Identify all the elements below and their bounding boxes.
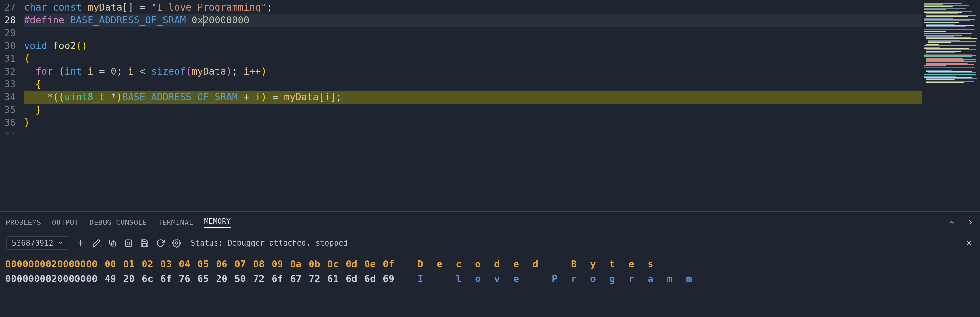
- save-icon[interactable]: [140, 239, 149, 248]
- memory-decoded-char: o: [468, 273, 487, 284]
- memory-byte[interactable]: 6d: [361, 273, 379, 284]
- code-line[interactable]: 36}: [0, 117, 923, 130]
- memory-header-col: 0b: [305, 258, 324, 270]
- minimap[interactable]: [923, 0, 980, 211]
- code-content[interactable]: #define BASE_ADDRESS_OF_SRAM 0x20000000: [24, 14, 923, 27]
- memory-header-col: 02: [138, 258, 157, 270]
- memory-header-col: 0e: [361, 258, 379, 270]
- code-line[interactable]: 27char const myData[] = "I love Programm…: [0, 1, 923, 14]
- code-content[interactable]: {: [24, 53, 923, 65]
- close-icon[interactable]: [965, 239, 974, 248]
- memory-header-decoded: e: [622, 258, 641, 270]
- memory-header-decoded: d: [526, 258, 545, 270]
- line-number: 30: [0, 40, 24, 53]
- memory-grid: 0000000020000000000102030405060708090a0b…: [0, 253, 980, 286]
- memory-header-col: 08: [250, 258, 268, 270]
- line-number: 33: [0, 78, 24, 91]
- line-number: 31: [0, 53, 24, 65]
- memory-byte[interactable]: 6f: [268, 273, 286, 284]
- tab-output[interactable]: OUTPUT: [52, 218, 79, 226]
- memory-byte[interactable]: 69: [379, 273, 398, 284]
- memory-address-value: 536870912: [12, 239, 53, 248]
- memory-status-text: Status: Debugger attached, stopped: [191, 239, 348, 248]
- chevron-down-icon[interactable]: [58, 239, 64, 248]
- tab-memory[interactable]: MEMORY: [204, 217, 231, 228]
- bottom-panel: PROBLEMS OUTPUT DEBUG CONSOLE TERMINAL M…: [0, 211, 980, 317]
- memory-header-col: 0a: [286, 258, 305, 270]
- code-content[interactable]: }: [24, 104, 923, 117]
- memory-byte[interactable]: 6f: [157, 273, 175, 284]
- memory-byte[interactable]: 20: [212, 273, 231, 284]
- memory-decoded-char: v: [487, 273, 507, 284]
- memory-byte[interactable]: 49: [101, 273, 119, 284]
- code-line[interactable]: 33 {: [0, 78, 923, 91]
- chevron-up-icon[interactable]: [948, 218, 956, 226]
- memory-header-col: 00: [101, 258, 119, 270]
- plus-icon[interactable]: [76, 239, 85, 248]
- copy-icon[interactable]: [108, 239, 117, 248]
- chevron-right-icon[interactable]: [967, 218, 974, 226]
- memory-byte[interactable]: 20: [119, 273, 138, 284]
- line-number: 35: [0, 104, 24, 117]
- memory-header-col: 06: [212, 258, 231, 270]
- memory-header-address: 0000000020000000: [5, 258, 101, 270]
- panel-tabs: PROBLEMS OUTPUT DEBUG CONSOLE TERMINAL M…: [0, 212, 980, 233]
- memory-header-decoded: D: [410, 258, 430, 270]
- memory-address-input[interactable]: 536870912: [6, 236, 69, 250]
- memory-byte[interactable]: 76: [175, 273, 194, 284]
- memory-byte[interactable]: 72: [250, 273, 268, 284]
- code-lines[interactable]: 27char const myData[] = "I love Programm…: [0, 0, 923, 211]
- code-line[interactable]: 29: [0, 27, 923, 40]
- text-cursor: [204, 15, 204, 26]
- code-line[interactable]: 28#define BASE_ADDRESS_OF_SRAM 0x2000000…: [0, 14, 923, 27]
- memory-header-col: 05: [194, 258, 212, 270]
- tab-problems[interactable]: PROBLEMS: [6, 218, 41, 226]
- memory-header-col: 01: [119, 258, 138, 270]
- memory-byte[interactable]: 72: [305, 273, 324, 284]
- memory-header-decoded: s: [641, 258, 660, 270]
- memory-decoded-char: P: [545, 273, 564, 284]
- memory-header-decoded: c: [449, 258, 468, 270]
- memory-header-decoded: e: [507, 258, 526, 270]
- tab-terminal[interactable]: TERMINAL: [158, 218, 194, 226]
- code-content[interactable]: void foo2(): [24, 40, 923, 53]
- memory-header-decoded: e: [430, 258, 449, 270]
- memory-header-col: 0f: [379, 258, 398, 270]
- memory-toolbar: 536870912 10: [0, 233, 980, 253]
- memory-decoded-char: l: [449, 273, 468, 284]
- code-content[interactable]: char const myData[] = "I love Programmin…: [24, 1, 923, 14]
- tab-debug-console[interactable]: DEBUG CONSOLE: [89, 218, 147, 226]
- memory-header-col: 04: [175, 258, 194, 270]
- code-line[interactable]: 35 }: [0, 104, 923, 117]
- code-line[interactable]: 31{: [0, 53, 923, 65]
- code-content[interactable]: }: [24, 117, 923, 130]
- code-content[interactable]: for (int i = 0; i < sizeof(myData); i++): [24, 65, 923, 78]
- memory-decoded-char: e: [507, 273, 526, 284]
- memory-header-decoded: B: [564, 258, 583, 270]
- code-line[interactable]: 34 *((uint8_t *)BASE_ADDRESS_OF_SRAM + i…: [0, 91, 923, 104]
- memory-byte[interactable]: 50: [231, 273, 250, 284]
- binary-file-icon[interactable]: 10: [124, 239, 133, 248]
- memory-header-decoded: d: [487, 258, 507, 270]
- memory-byte[interactable]: 65: [194, 273, 212, 284]
- code-content[interactable]: {: [24, 78, 923, 91]
- memory-byte[interactable]: 67: [286, 273, 305, 284]
- svg-text:10: 10: [127, 242, 130, 245]
- memory-decoded-char: I: [410, 273, 430, 284]
- memory-byte[interactable]: 6c: [138, 273, 157, 284]
- memory-row-address: 0000000020000000: [5, 273, 101, 284]
- code-line[interactable]: 30void foo2(): [0, 40, 923, 53]
- code-content[interactable]: [24, 27, 923, 40]
- pencil-icon[interactable]: [92, 239, 101, 248]
- memory-byte[interactable]: 6d: [342, 273, 361, 284]
- memory-header-row: 0000000020000000000102030405060708090a0b…: [5, 256, 975, 271]
- memory-header-decoded: o: [468, 258, 487, 270]
- memory-byte[interactable]: 61: [324, 273, 342, 284]
- code-content[interactable]: *((uint8_t *)BASE_ADDRESS_OF_SRAM + i) =…: [24, 91, 923, 104]
- refresh-icon[interactable]: [156, 239, 165, 248]
- code-line[interactable]: 32 for (int i = 0; i < sizeof(myData); i…: [0, 65, 923, 78]
- gear-icon[interactable]: [172, 239, 181, 248]
- line-number: 29: [0, 27, 24, 40]
- memory-decoded-char: m: [660, 273, 679, 284]
- memory-header-col: 07: [231, 258, 250, 270]
